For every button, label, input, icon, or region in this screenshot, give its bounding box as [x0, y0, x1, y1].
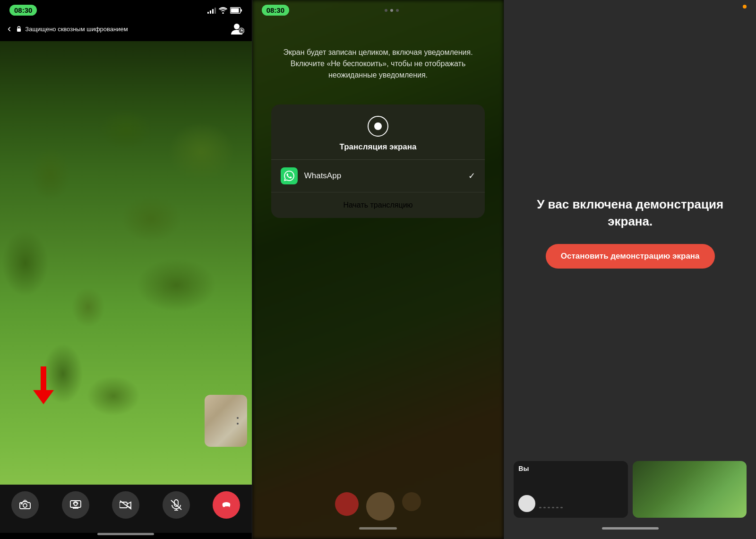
- panel-broadcast: 08:30 Экран будет записан целиком, включ…: [252, 0, 505, 539]
- checkmark-icon: ✓: [468, 171, 475, 181]
- broadcast-modal-header: Трансляция экрана: [271, 104, 485, 160]
- panel-screenshare: У вас включена демонстрация экрана. Оста…: [504, 0, 756, 539]
- home-indicator-3: [602, 527, 659, 530]
- record-dot: [374, 122, 382, 130]
- whatsapp-app-row[interactable]: WhatsApp ✓: [271, 160, 485, 192]
- self-avatar: [518, 495, 535, 512]
- video-off-button[interactable]: [112, 491, 139, 519]
- svg-rect-3: [17, 28, 21, 32]
- start-broadcast-label: Начать трансляцию: [343, 201, 412, 209]
- status-bar-3: [504, 0, 756, 11]
- self-label: Вы: [518, 465, 529, 472]
- svg-line-15: [171, 500, 181, 510]
- home-indicator-1: [97, 533, 154, 535]
- status-bar-2: 08:30: [252, 0, 504, 18]
- svg-rect-1: [241, 9, 242, 11]
- mute-button[interactable]: [163, 491, 190, 519]
- wifi-icon: [219, 7, 227, 14]
- signal-icon: [207, 7, 216, 14]
- home-indicator-3-wrap: [504, 527, 756, 539]
- whatsapp-label: WhatsApp: [304, 171, 462, 181]
- start-broadcast-button[interactable]: Начать трансляцию: [271, 192, 485, 218]
- video-background: [0, 41, 252, 485]
- self-preview-thumbnail: [205, 395, 247, 447]
- audio-dots: [539, 507, 563, 508]
- battery-icon: [230, 7, 242, 14]
- flip-camera-button[interactable]: [11, 491, 39, 519]
- thumbnails-row: Вы: [504, 453, 756, 527]
- svg-point-6: [23, 504, 27, 507]
- status-time-1: 08:30: [9, 5, 37, 16]
- arrow-indicator: [33, 366, 54, 404]
- thumbnail-dots: [237, 417, 239, 425]
- orange-indicator-dot: [743, 5, 747, 9]
- self-thumb-card: Вы: [514, 461, 627, 518]
- screenshare-title: У вас включена демонстрация экрана.: [523, 196, 737, 229]
- contact-icon[interactable]: [229, 21, 244, 36]
- screenshare-body: У вас включена демонстрация экрана. Оста…: [504, 11, 756, 453]
- status-time-2: 08:30: [262, 5, 289, 16]
- stop-share-button[interactable]: Остановить демонстрацию экрана: [546, 244, 715, 269]
- remote-thumb-card: [633, 461, 747, 518]
- svg-rect-2: [231, 8, 239, 12]
- header-dots: [385, 9, 399, 12]
- status-icons-1: [207, 7, 242, 14]
- whatsapp-logo: [281, 167, 298, 184]
- call-controls-bar: [0, 485, 252, 533]
- screen-share-button[interactable]: [62, 491, 89, 519]
- status-bar-1: 08:30: [0, 0, 252, 18]
- back-button[interactable]: ‹: [8, 23, 11, 35]
- record-icon: [368, 116, 388, 137]
- panel-call: 08:30 ‹: [0, 0, 252, 539]
- broadcast-modal: Трансляция экрана WhatsApp ✓ Начать тран…: [271, 104, 485, 218]
- warning-message: Экран будет записан целиком, включая уве…: [252, 18, 504, 95]
- broadcast-title: Трансляция экрана: [281, 142, 476, 152]
- remote-video-preview: [633, 461, 747, 518]
- svg-point-8: [74, 503, 77, 506]
- home-indicator-2: [359, 527, 397, 530]
- encryption-label: Защищено сквозным шифрованием: [16, 26, 128, 33]
- panel2-content: 08:30 Экран будет записан целиком, включ…: [252, 0, 504, 539]
- end-call-button[interactable]: [213, 491, 240, 519]
- svg-point-4: [234, 24, 240, 29]
- call-header: ‹ Защищено сквозным шифрованием: [0, 18, 252, 41]
